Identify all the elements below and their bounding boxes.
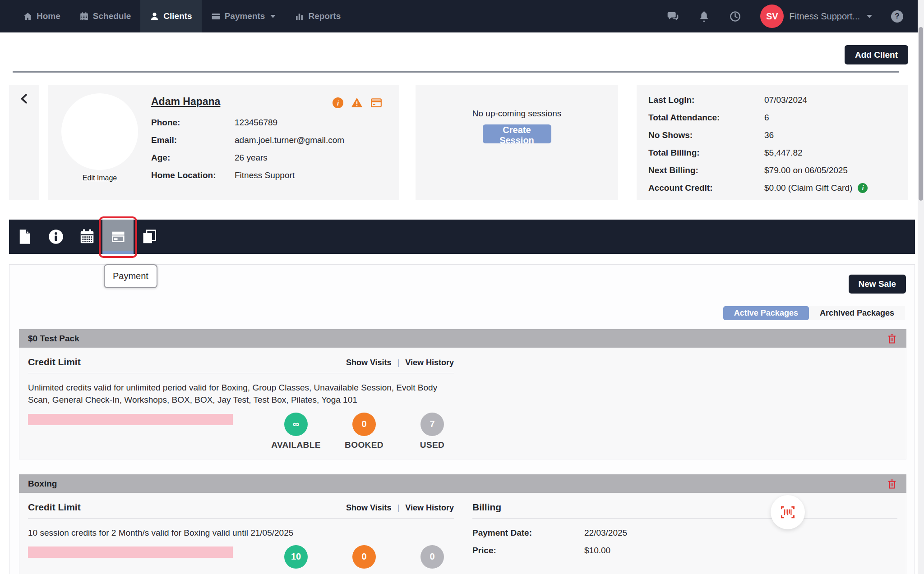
nav-item-reports[interactable]: Reports [285,0,350,32]
credit-counters: 10 AVAILABLE 0 BOOKED 0 USED [273,545,456,574]
messages-button[interactable] [667,10,679,23]
price-value: $10.00 [584,546,897,556]
main-nav: Home Schedule Clients Payments Reports [0,0,350,32]
credit-row: ∞ AVAILABLE 0 BOOKED 7 USED [28,413,454,450]
account-credit-value: $0.00 (Claim Gift Card) [764,183,852,193]
total-attendance-label: Total Attendance: [648,113,764,123]
upcoming-sessions-card: No up-coming sessions Create Session [416,85,618,200]
next-billing-value: $79.00 on 06/05/2025 [764,165,908,175]
delete-package-button[interactable] [887,333,897,344]
tab-notes[interactable] [134,220,165,254]
create-session-button[interactable]: Create Session [483,124,551,143]
add-client-button[interactable]: Add Client [845,45,908,64]
client-name-link[interactable]: Adam Hapana [151,96,220,108]
back-chevron-icon[interactable] [18,93,30,105]
nav-item-schedule[interactable]: Schedule [70,0,140,32]
age-value: 26 years [235,153,399,163]
home-icon [23,12,32,21]
no-shows-label: No Shows: [648,130,764,140]
bell-icon [698,10,710,23]
barcode-badge[interactable] [771,495,805,529]
package-title: $0 Test Pack [28,334,79,344]
card-flag-icon[interactable] [370,97,382,109]
show-visits-link[interactable]: Show Visits [346,503,392,513]
account-name: Fitness Support... [789,11,860,22]
payment-date-label: Payment Date: [472,528,584,538]
client-profile-card: Edit Image Adam Hapana i Phone: 12345678… [48,85,399,200]
last-login-value: 07/03/2024 [764,95,908,105]
show-visits-link[interactable]: Show Visits [346,358,392,367]
client-info-flag-icon[interactable]: i [333,97,343,108]
total-billing-value: $5,447.82 [764,148,908,158]
account-credit-label: Account Credit: [648,183,764,193]
package-title: Boxing [28,479,57,489]
edit-image-link[interactable]: Edit Image [83,174,117,182]
credit-limit-title: Credit Limit [28,502,81,513]
payment-panel: New Sale Active Packages Archived Packag… [9,264,915,574]
account-menu[interactable]: SV Fitness Support... [760,5,872,28]
person-icon [150,12,159,21]
nav-item-clients[interactable]: Clients [140,0,201,32]
trash-icon [887,333,897,344]
available-count: 10 [284,545,308,569]
client-stats-card: Last Login: 07/03/2024 Total Attendance:… [637,85,908,200]
history-button[interactable] [729,10,741,23]
booked-label: BOOKED [345,440,383,450]
credit-limit-title: Credit Limit [28,357,81,367]
chevron-down-icon [270,15,276,21]
account-credit-info-icon[interactable]: i [858,183,868,193]
credit-limit-section: Credit Limit Show Visits | View History … [28,502,454,574]
chevron-down-icon [867,15,872,21]
no-sessions-text: No up-coming sessions [472,109,561,119]
payment-date-value: 22/03/2025 [584,528,897,538]
package-header: Boxing [19,474,906,493]
top-navbar: Home Schedule Clients Payments Reports [0,0,924,32]
section-divider [472,518,897,519]
view-history-link[interactable]: View History [405,503,454,513]
info-circle-icon [48,229,64,245]
packages-toggle: Active Packages Archived Packages [723,306,905,320]
tab-schedule[interactable] [71,220,102,254]
email-label: Email: [151,135,235,145]
section-divider [28,373,454,373]
tab-payment[interactable] [102,220,134,254]
view-history-link[interactable]: View History [405,358,454,367]
billing-section: Billing Payment Date: 22/03/2025 Price: … [472,502,897,574]
new-sale-button[interactable]: New Sale [849,275,906,294]
client-flags: i [333,97,382,109]
section-divider [28,518,454,519]
barcode-icon [779,503,797,521]
nav-item-home[interactable]: Home [14,0,70,32]
total-billing-label: Total Billing: [648,148,764,158]
help-button[interactable]: ? [891,10,903,23]
package-card-test-pack: $0 Test Pack Credit Limit Show Visits | … [19,329,906,459]
used-count: 7 [420,413,444,436]
booked-counter: 0 BOOKED [341,545,388,574]
used-count: 0 [420,545,444,569]
scrollbar-thumb[interactable] [919,27,923,201]
booked-count: 0 [352,545,376,569]
calendar-grid-icon [79,229,95,245]
credit-card-icon [211,12,221,21]
used-label: USED [420,440,444,450]
page-scrollbar[interactable] [918,0,924,574]
package-body: Credit Limit Show Visits | View History … [19,493,906,574]
active-packages-tab[interactable]: Active Packages [723,306,809,320]
warning-icon[interactable] [351,97,363,109]
delete-package-button[interactable] [887,478,897,489]
archived-packages-tab[interactable]: Archived Packages [809,306,905,320]
nav-item-payments[interactable]: Payments [202,0,286,32]
client-tab-bar [9,220,915,254]
tab-info[interactable] [40,220,71,254]
navbar-actions: SV Fitness Support... ? [667,0,924,32]
notifications-button[interactable] [698,10,710,23]
booked-counter: 0 BOOKED [341,413,388,450]
client-fields: Phone: 123456789 Email: adam.joel.turner… [151,118,399,180]
tab-documents[interactable] [9,220,40,254]
clock-icon [729,10,741,23]
package-card-boxing: Boxing Credit Limit Show Visits | View H… [19,474,906,574]
phone-label: Phone: [151,118,235,128]
age-label: Age: [151,153,235,163]
back-panel [9,85,39,200]
pages-icon [141,229,157,245]
